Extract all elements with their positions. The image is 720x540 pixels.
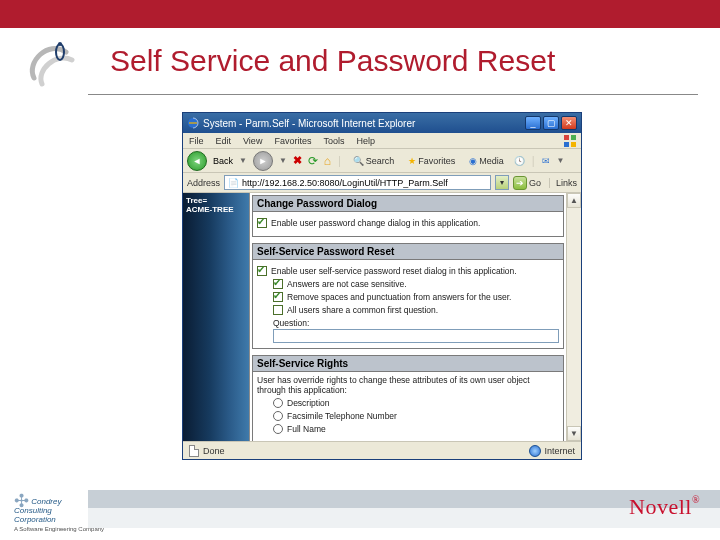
mail-dropdown-icon[interactable]: ▼ — [556, 156, 564, 165]
media-icon: ◉ — [469, 156, 477, 166]
back-label[interactable]: Back — [213, 156, 233, 166]
panel-change-password: Change Password Dialog Enable user passw… — [252, 195, 564, 237]
corner-swirl-logo — [22, 34, 82, 94]
menu-tools[interactable]: Tools — [323, 136, 344, 146]
toolbar: ◄ Back ▼ ► ▼ ✖ ⟳ ⌂ │ 🔍Search ★Favorites … — [183, 149, 581, 173]
menu-file[interactable]: File — [189, 136, 204, 146]
scroll-down-button[interactable]: ▼ — [567, 426, 581, 441]
star-icon: ★ — [408, 156, 416, 166]
status-bar: Done Internet — [183, 441, 581, 459]
condrey-line2: Consulting — [14, 506, 52, 515]
condrey-sub: A Software Engineering Company — [14, 526, 104, 532]
checkbox-enable-ss-reset[interactable] — [257, 266, 267, 276]
window-titlebar[interactable]: System - Parm.Self - Microsoft Internet … — [183, 113, 581, 133]
rights-description: User has override rights to change these… — [257, 375, 559, 395]
menu-view[interactable]: View — [243, 136, 262, 146]
stop-button[interactable]: ✖ — [293, 154, 302, 167]
novell-logo: Novell® — [629, 494, 700, 520]
label-enable-password-change: Enable user password change dialog in th… — [271, 218, 559, 228]
history-button[interactable]: 🕓 — [514, 156, 525, 166]
radio-fax[interactable] — [273, 411, 283, 421]
slide-title: Self Service and Password Reset — [110, 44, 555, 78]
search-button[interactable]: 🔍Search — [349, 154, 399, 168]
browser-window: System - Parm.Self - Microsoft Internet … — [182, 112, 582, 460]
home-button[interactable]: ⌂ — [324, 154, 331, 168]
address-label: Address — [187, 178, 220, 188]
label-attr-description: Description — [287, 398, 559, 408]
checkbox-enable-password-change[interactable] — [257, 218, 267, 228]
footer-bar-light — [88, 508, 720, 528]
forward-button[interactable]: ► — [253, 151, 273, 171]
label-remove-punctuation: Remove spaces and punctuation from answe… — [287, 292, 559, 302]
forward-dropdown-icon[interactable]: ▼ — [279, 156, 287, 165]
ie-icon — [187, 117, 199, 129]
svg-rect-5 — [564, 142, 569, 147]
maximize-button[interactable]: ▢ — [543, 116, 559, 130]
windows-flag-icon — [563, 134, 577, 148]
document-icon — [189, 445, 199, 457]
vertical-scrollbar[interactable]: ▲ ▼ — [566, 193, 581, 441]
panel-self-service-rights: Self-Service Rights User has override ri… — [252, 355, 564, 441]
favorites-label: Favorites — [418, 156, 455, 166]
label-common-first-question: All users share a common first question. — [287, 305, 559, 315]
links-label[interactable]: Links — [549, 178, 577, 188]
window-title: System - Parm.Self - Microsoft Internet … — [203, 118, 521, 129]
condrey-line3: Corporation — [14, 515, 56, 524]
back-dropdown-icon[interactable]: ▼ — [239, 156, 247, 165]
address-field[interactable]: 📄 http://192.168.2.50:8080/LoginUtil/HTT… — [224, 175, 491, 190]
tree-key: Tree= — [186, 196, 207, 205]
menu-edit[interactable]: Edit — [216, 136, 232, 146]
svg-rect-4 — [571, 135, 576, 140]
svg-rect-3 — [564, 135, 569, 140]
svg-point-1 — [58, 42, 62, 46]
panel-self-service-reset: Self-Service Password Reset Enable user … — [252, 243, 564, 349]
favorites-button[interactable]: ★Favorites — [404, 154, 459, 168]
search-icon: 🔍 — [353, 156, 364, 166]
panel-change-password-title: Change Password Dialog — [253, 196, 563, 212]
condrey-logo: ✣ Condrey Consulting Corporation A Softw… — [14, 497, 104, 534]
menu-favorites[interactable]: Favorites — [274, 136, 311, 146]
go-button[interactable]: ➔Go — [513, 176, 541, 190]
label-attr-fullname: Full Name — [287, 424, 559, 434]
footer-bar-dark — [88, 490, 720, 508]
back-button[interactable]: ◄ — [187, 151, 207, 171]
media-label: Media — [479, 156, 504, 166]
globe-icon — [529, 445, 541, 457]
slide-top-bar — [0, 0, 720, 28]
media-button[interactable]: ◉Media — [465, 154, 508, 168]
panel-self-service-rights-title: Self-Service Rights — [253, 356, 563, 372]
left-tree-sidebar: Tree= ACME-TREE — [183, 193, 249, 441]
address-dropdown-button[interactable]: ▾ — [495, 175, 509, 190]
page-icon: 📄 — [228, 178, 239, 188]
address-value: http://192.168.2.50:8080/LoginUtil/HTTP_… — [242, 178, 448, 188]
close-button[interactable]: ✕ — [561, 116, 577, 130]
checkbox-common-first-question[interactable] — [273, 305, 283, 315]
svg-rect-6 — [571, 142, 576, 147]
label-case-insensitive: Answers are not case sensitive. — [287, 279, 559, 289]
label-attr-fax: Facsimile Telephone Number — [287, 411, 559, 421]
go-label: Go — [529, 178, 541, 188]
label-enable-ss-reset: Enable user self-service password reset … — [271, 266, 559, 276]
go-arrow-icon: ➔ — [513, 176, 527, 190]
question-input[interactable] — [273, 329, 559, 343]
scroll-track[interactable] — [567, 208, 581, 426]
mail-button[interactable]: ✉ — [542, 156, 550, 166]
condrey-line1: Condrey — [31, 497, 61, 506]
checkbox-case-insensitive[interactable] — [273, 279, 283, 289]
menu-help[interactable]: Help — [356, 136, 375, 146]
address-bar: Address 📄 http://192.168.2.50:8080/Login… — [183, 173, 581, 193]
zone-text: Internet — [544, 446, 575, 456]
menu-bar: File Edit View Favorites Tools Help — [183, 133, 581, 149]
question-label: Question: — [273, 318, 559, 328]
scroll-up-button[interactable]: ▲ — [567, 193, 581, 208]
search-label: Search — [366, 156, 395, 166]
tree-value: ACME-TREE — [186, 205, 234, 214]
panel-self-service-reset-title: Self-Service Password Reset — [253, 244, 563, 260]
slide-title-rule — [88, 94, 698, 95]
checkbox-remove-punctuation[interactable] — [273, 292, 283, 302]
radio-fullname[interactable] — [273, 424, 283, 434]
minimize-button[interactable]: _ — [525, 116, 541, 130]
radio-description[interactable] — [273, 398, 283, 408]
refresh-button[interactable]: ⟳ — [308, 154, 318, 168]
status-text: Done — [203, 446, 225, 456]
